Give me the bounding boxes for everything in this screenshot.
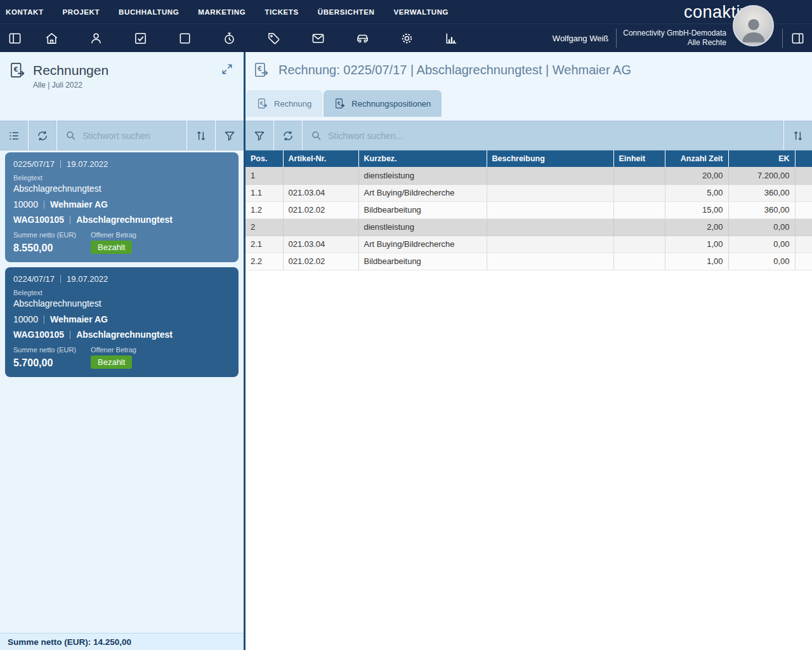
- table-row[interactable]: 2.2 021.02.02 Bildbearbeitung 1,00 0,00: [246, 253, 812, 270]
- content-area: Rechnungen Alle | Juli 2022 0225/07: [0, 52, 812, 650]
- col-header-kurzbez[interactable]: Kurzbez.: [358, 150, 487, 167]
- cell-pos: 2.1: [246, 235, 283, 253]
- divider: [70, 216, 70, 224]
- status-badge: Bezahlt: [91, 241, 132, 254]
- columns-icon: [8, 31, 22, 46]
- menu-marketing[interactable]: MARKETING: [188, 0, 255, 23]
- filter-table-button[interactable]: [246, 121, 274, 150]
- cell-beschreibung: [487, 167, 613, 184]
- belegtext-label: Belegtext: [13, 289, 230, 296]
- current-user-name[interactable]: Wolfgang Weiß: [553, 34, 608, 43]
- table-row[interactable]: 1.1 021.03.04 Art Buying/Bildrecherche 5…: [246, 184, 812, 201]
- reports-nav-button[interactable]: [429, 24, 473, 53]
- cell-ek: 0,00: [728, 235, 795, 253]
- invoice-card-list: 0225/07/17 19.07.2022 Belegtext Abschlag…: [0, 150, 244, 633]
- col-header-ek[interactable]: EK: [728, 150, 795, 167]
- filter-icon: [223, 129, 236, 142]
- tab-rechnungspositionen[interactable]: Rechnungspositionen: [324, 90, 442, 117]
- cell-kurzbez: Art Buying/Bildrecherche: [358, 184, 487, 201]
- tags-nav-button[interactable]: [251, 24, 296, 53]
- order-title: Abschlagrechnungtest: [76, 215, 173, 225]
- module-nav-button[interactable]: [162, 24, 207, 53]
- belegtext-value: Abschlagrechnungtest: [13, 183, 230, 194]
- invoice-date: 19.07.2022: [67, 274, 108, 284]
- cell-artikel: [283, 218, 358, 235]
- table-search-input[interactable]: [322, 131, 783, 141]
- col-header-pos[interactable]: Pos.: [246, 150, 283, 167]
- cell-pos: 2: [246, 218, 283, 235]
- menu-buchhaltung[interactable]: BUCHHALTUNG: [109, 0, 188, 23]
- home-nav-button[interactable]: [29, 24, 74, 53]
- invoice-euro-icon: [253, 62, 270, 78]
- invoice-card-selected[interactable]: 0225/07/17 19.07.2022 Belegtext Abschlag…: [5, 152, 239, 262]
- list-search-input[interactable]: [77, 131, 187, 141]
- cell-artikel: [283, 167, 358, 184]
- panel-right-icon: [790, 31, 805, 46]
- sort-icon: [195, 129, 207, 142]
- table-row[interactable]: 2.1 021.03.04 Art Buying/Bildrecherche 1…: [246, 235, 812, 253]
- stopwatch-icon: [222, 31, 237, 46]
- expand-panel-button[interactable]: [221, 63, 233, 77]
- expand-icon: [221, 63, 233, 76]
- travel-nav-button[interactable]: [340, 24, 384, 53]
- cell-kurzbez: Bildbearbeitung: [358, 201, 487, 218]
- col-header-artikel[interactable]: Artikel-Nr.: [283, 150, 358, 167]
- refresh-icon: [282, 129, 294, 142]
- detail-header: Rechnung: 0225/07/17 | Abschlagrechnungt…: [246, 52, 812, 121]
- sort-table-button[interactable]: [783, 121, 812, 150]
- tab-label: Rechnungspositionen: [351, 99, 431, 109]
- cell-einheit: [613, 201, 665, 218]
- tasks-nav-button[interactable]: [118, 24, 162, 53]
- panel-toggle-button[interactable]: [0, 24, 29, 53]
- cell-artikel: 021.02.02: [283, 253, 358, 270]
- check-square-icon: [133, 31, 148, 46]
- invoice-date: 19.07.2022: [67, 159, 108, 169]
- sort-list-button[interactable]: [187, 121, 215, 150]
- belegtext-label: Belegtext: [13, 174, 230, 182]
- menu-verwaltung[interactable]: VERWALTUNG: [384, 0, 458, 23]
- cell-einheit: [613, 184, 665, 201]
- settings-nav-button[interactable]: [384, 24, 429, 53]
- contacts-nav-button[interactable]: [74, 24, 118, 53]
- invoice-card[interactable]: 0224/07/17 19.07.2022 Belegtext Abschlag…: [5, 267, 239, 377]
- cell-pos: 1: [246, 167, 283, 184]
- icon-toolbar: Wolfgang Weiß Connectivity GmbH-Demodata…: [0, 23, 812, 52]
- person-photo-icon: [737, 13, 771, 45]
- customer-name: Wehmaier AG: [50, 199, 108, 209]
- belegtext-value: Abschlagrechnungtest: [13, 298, 230, 308]
- right-panel-toggle-button[interactable]: [783, 24, 812, 53]
- menu-tickets[interactable]: TICKETS: [255, 0, 308, 23]
- view-options-button[interactable]: [0, 121, 29, 150]
- cell-pos: 1.2: [246, 201, 283, 218]
- table-row[interactable]: 1.2 021.02.02 Bildbearbeitung 15,00 360,…: [246, 201, 812, 218]
- user-avatar[interactable]: [733, 5, 774, 46]
- menu-kontakt[interactable]: KONTAKT: [0, 0, 53, 23]
- cell-pos: 2.2: [246, 253, 283, 270]
- list-toolbar: [0, 121, 244, 150]
- refresh-list-button[interactable]: [29, 121, 57, 150]
- cell-anzahl: 1,00: [665, 253, 728, 270]
- order-number: WAG100105: [13, 215, 64, 225]
- cell-ek: 360,00: [728, 201, 795, 218]
- table-row-group[interactable]: 2 dienstleistung 2,00 0,00: [246, 218, 812, 235]
- cell-filler: [795, 201, 812, 218]
- menu-projekt[interactable]: PROJEKT: [53, 0, 110, 23]
- col-header-einheit[interactable]: Einheit: [613, 150, 665, 167]
- panel-title: Rechnungen: [33, 63, 108, 78]
- filter-list-button[interactable]: [215, 121, 244, 150]
- sum-netto-value: 5.700,00: [13, 357, 91, 369]
- refresh-table-button[interactable]: [274, 121, 303, 150]
- mail-nav-button[interactable]: [296, 24, 340, 53]
- col-header-anzahl-zeit[interactable]: Anzahl Zeit: [665, 150, 728, 167]
- col-header-beschreibung[interactable]: Beschreibung: [487, 150, 613, 167]
- positions-table: Pos. Artikel-Nr. Kurzbez. Beschreibung E…: [246, 150, 812, 270]
- table-row-group[interactable]: 1 dienstleistung 20,00 7.200,00: [246, 167, 812, 184]
- cell-artikel: 021.03.04: [283, 235, 358, 253]
- cell-kurzbez: dienstleistung: [358, 167, 487, 184]
- cell-pos: 1.1: [246, 184, 283, 201]
- time-tracking-nav-button[interactable]: [207, 24, 251, 53]
- cell-filler: [795, 253, 812, 270]
- cell-ek: 7.200,00: [728, 167, 795, 184]
- menu-uebersichten[interactable]: ÜBERSICHTEN: [308, 0, 384, 23]
- tab-rechnung[interactable]: Rechnung: [246, 90, 322, 117]
